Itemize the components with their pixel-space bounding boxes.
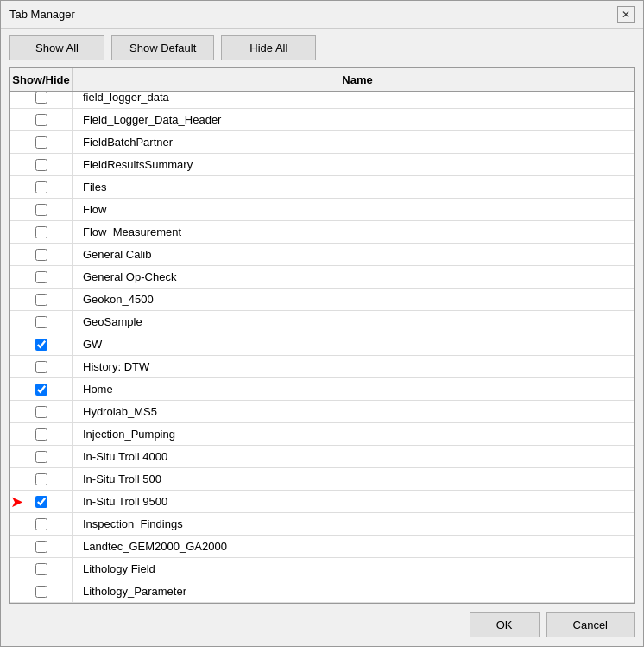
table-row: GW xyxy=(10,333,634,356)
table-row: GeoSample xyxy=(10,311,634,333)
title-bar: Tab Manager ✕ xyxy=(1,1,643,29)
row-checkbox[interactable] xyxy=(35,451,47,463)
row-checkbox-cell xyxy=(10,244,73,265)
row-checkbox-cell xyxy=(10,289,73,310)
table-row: FieldResultsSummary xyxy=(10,154,634,176)
row-name-label: Flow xyxy=(73,203,634,216)
row-name-label: Injection_Pumping xyxy=(73,428,634,441)
row-name-label: Landtec_GEM2000_GA2000 xyxy=(73,540,634,553)
row-arrow-indicator: ➤ xyxy=(10,492,23,511)
dialog-title: Tab Manager xyxy=(9,8,75,21)
row-checkbox[interactable] xyxy=(35,496,47,508)
row-checkbox-cell xyxy=(10,468,73,490)
row-checkbox[interactable] xyxy=(35,204,47,216)
row-name-label: In-Situ Troll 4000 xyxy=(73,450,634,463)
table-row: Flow_Measurement xyxy=(10,221,634,244)
row-name-label: Hydrolab_MS5 xyxy=(73,405,634,418)
row-name-label: Lithology Field xyxy=(73,562,634,575)
table-row: Injection_Pumping xyxy=(10,423,634,446)
row-checkbox-cell xyxy=(10,176,73,198)
row-checkbox-cell xyxy=(10,311,73,333)
row-name-label: In-Situ Troll 9500 xyxy=(73,495,634,508)
row-checkbox[interactable] xyxy=(35,384,47,396)
row-name-label: History: DTW xyxy=(73,360,634,373)
close-button[interactable]: ✕ xyxy=(617,6,635,23)
ok-button[interactable]: OK xyxy=(470,612,540,637)
table-row: Hydrolab_MS5 xyxy=(10,401,634,423)
row-checkbox-cell xyxy=(10,154,73,175)
table-row: General Op-Check xyxy=(10,266,634,289)
table-row: field_logger_data xyxy=(10,92,634,109)
row-checkbox[interactable] xyxy=(35,428,47,441)
row-checkbox[interactable] xyxy=(35,473,47,485)
row-checkbox[interactable] xyxy=(35,114,47,126)
row-checkbox[interactable] xyxy=(35,226,47,238)
row-name-label: Geokon_4500 xyxy=(73,293,634,306)
row-checkbox[interactable] xyxy=(35,92,47,104)
row-checkbox[interactable] xyxy=(35,541,47,553)
table-row: Home xyxy=(10,378,634,401)
row-name-label: In-Situ Troll 500 xyxy=(73,473,634,485)
show-default-button[interactable]: Show Default xyxy=(111,35,214,60)
show-all-button[interactable]: Show All xyxy=(9,35,104,60)
row-checkbox[interactable] xyxy=(35,271,47,283)
row-checkbox-cell xyxy=(10,401,73,422)
table-row: History: DTW xyxy=(10,356,634,378)
row-checkbox-cell xyxy=(10,423,73,445)
table-row: Landtec_GEM2000_GA2000 xyxy=(10,536,634,558)
row-name-label: Field_Logger_Data_Header xyxy=(73,113,634,126)
row-checkbox[interactable] xyxy=(35,136,47,149)
row-checkbox-cell xyxy=(10,92,73,108)
row-checkbox[interactable] xyxy=(35,563,47,575)
row-name-label: field_logger_data xyxy=(73,92,634,104)
row-name-label: Home xyxy=(73,383,634,396)
row-name-label: Files xyxy=(73,181,634,193)
hide-all-button[interactable]: Hide All xyxy=(221,35,316,60)
tab-manager-dialog: Tab Manager ✕ Show All Show Default Hide… xyxy=(0,0,644,647)
table-row: In-Situ Troll 500 xyxy=(10,468,634,491)
row-checkbox[interactable] xyxy=(35,518,47,530)
row-checkbox-cell xyxy=(10,536,73,557)
row-checkbox[interactable] xyxy=(35,294,47,306)
table-row: General Calib xyxy=(10,244,634,266)
footer: OK Cancel xyxy=(1,604,643,646)
toolbar: Show All Show Default Hide All xyxy=(1,29,643,67)
row-checkbox[interactable] xyxy=(35,361,47,373)
row-checkbox[interactable] xyxy=(35,159,47,171)
row-name-label: Flow_Measurement xyxy=(73,225,634,238)
row-name-label: FieldBatchPartner xyxy=(73,136,634,149)
row-name-label: FieldResultsSummary xyxy=(73,158,634,171)
row-checkbox-cell xyxy=(10,513,73,535)
row-name-label: Inspection_Findings xyxy=(73,517,634,530)
row-name-label: General Op-Check xyxy=(73,270,634,283)
row-name-label: General Calib xyxy=(73,248,634,261)
row-checkbox[interactable] xyxy=(35,316,47,328)
row-checkbox-cell xyxy=(10,131,73,153)
table-row: Lithology Field xyxy=(10,558,634,580)
table-row: Field_Logger_Data_Header xyxy=(10,109,634,131)
row-checkbox-cell xyxy=(10,580,73,602)
row-checkbox-cell xyxy=(10,266,73,288)
table-header: Show/Hide Name xyxy=(10,68,634,92)
row-checkbox-cell xyxy=(10,333,73,355)
row-name-label: GeoSample xyxy=(73,315,634,328)
table-scroll-area[interactable]: field_logger_dataField_Logger_Data_Heade… xyxy=(10,92,634,603)
row-checkbox[interactable] xyxy=(35,249,47,261)
row-checkbox-cell xyxy=(10,446,73,467)
row-name-label: Lithology_Parameter xyxy=(73,585,634,598)
row-checkbox-cell xyxy=(10,109,73,130)
row-checkbox-cell xyxy=(10,558,73,580)
row-checkbox-cell xyxy=(10,378,73,400)
row-checkbox[interactable] xyxy=(35,339,47,351)
table-row: Files xyxy=(10,176,634,199)
table-row: In-Situ Troll 4000 xyxy=(10,446,634,468)
cancel-button[interactable]: Cancel xyxy=(546,612,635,637)
table-row: Lithology_Parameter xyxy=(10,580,634,603)
tab-table: Show/Hide Name field_logger_dataField_Lo… xyxy=(9,67,635,604)
row-name-label: GW xyxy=(73,338,634,351)
row-checkbox[interactable] xyxy=(35,586,47,598)
row-checkbox-cell xyxy=(10,221,73,243)
table-row: Geokon_4500 xyxy=(10,289,634,311)
row-checkbox[interactable] xyxy=(35,181,47,193)
row-checkbox[interactable] xyxy=(35,406,47,418)
